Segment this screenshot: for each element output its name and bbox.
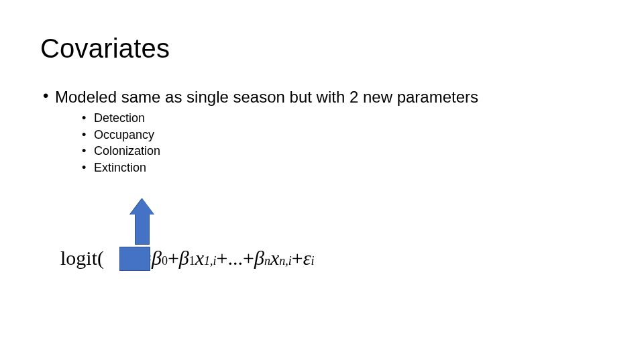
eq-eps-sub: i [311,254,315,268]
eq-xn-sub: n,i [279,254,292,268]
eq-func: logit [60,247,97,269]
sub-bullet-extinction: Extinction [82,160,604,176]
eq-beta1: β [179,247,189,269]
eq-betan-sub: n [264,254,270,268]
sub-bullet-group: Detection Occupancy Colonization Extinct… [82,111,604,175]
eq-beta0-sub: 0 [162,254,168,268]
eq-beta1-sub: 1 [189,254,195,268]
sub-bullet-detection: Detection [82,111,604,126]
eq-plus4: + [292,247,303,269]
argument-highlight-box [119,247,150,271]
logit-equation: logit ( ) = β0 + β1 x1,i + ... + βn xn,i… [60,247,315,269]
eq-x1-sub: 1,i [204,254,217,268]
eq-lpar: ( [97,247,104,269]
eq-betan: β [254,247,264,269]
eq-beta0: β [152,247,162,269]
sub-bullet-colonization: Colonization [82,143,604,159]
eq-plus3: + [243,247,254,269]
eq-x1: x [195,247,204,269]
eq-xn: x [270,247,279,269]
sub-bullet-occupancy: Occupancy [82,127,604,143]
slide-title: Covariates [40,34,604,64]
eq-eps: ε [303,247,311,269]
eq-plus2: + [217,247,228,269]
eq-plus1: + [168,247,179,269]
bullet-level1: Modeled same as single season but with 2… [40,88,604,107]
eq-dots: ... [228,247,244,269]
slide: Covariates Modeled same as single season… [0,0,644,362]
up-arrow-icon [130,198,154,244]
